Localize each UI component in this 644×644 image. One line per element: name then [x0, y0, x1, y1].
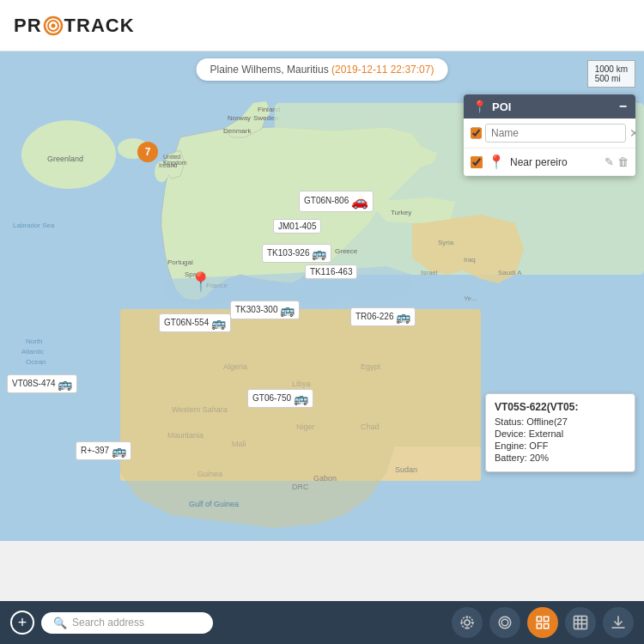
map-label[interactable]: TK116-463 [305, 264, 357, 279]
add-button[interactable]: + [10, 611, 34, 635]
map-label[interactable]: VT08S-474 🚌 [7, 374, 77, 393]
grid-icon-button[interactable] [527, 607, 558, 638]
poi-search-input[interactable] [485, 124, 626, 143]
poi-minimize-button[interactable]: − [619, 100, 627, 113]
svg-rect-53 [537, 617, 541, 621]
poi-panel-header: 📍 POI − [464, 94, 635, 118]
map-label[interactable]: TR06-226 🚌 [350, 307, 416, 326]
logo-pre: PR [14, 15, 42, 37]
svg-text:Ocean: Ocean [26, 358, 46, 366]
svg-text:DRC: DRC [292, 483, 309, 491]
svg-text:Atlantic: Atlantic [21, 348, 44, 355]
location-bar: Plaine Wilhems, Mauritius (2019-12-11 22… [197, 58, 448, 81]
poi-pin-icon: 📍 [472, 100, 487, 113]
scale-bar: 1000 km 500 mi [587, 60, 635, 88]
poi-search-row: ✕ + [464, 118, 635, 149]
svg-point-52 [499, 617, 511, 629]
svg-text:Sweden: Sweden [253, 114, 278, 122]
svg-point-2 [51, 23, 55, 27]
poi-item-checkbox[interactable] [471, 156, 483, 168]
svg-text:Syria: Syria [438, 239, 454, 246]
svg-rect-55 [537, 624, 541, 629]
vehicle-popup-engine: Engine: OFF [495, 440, 626, 451]
red-pin: 📍 [189, 271, 212, 294]
svg-rect-56 [544, 624, 549, 629]
map-label[interactable]: GT06-750 🚌 [247, 389, 313, 408]
map-label[interactable]: TK103-926 🚌 [262, 244, 331, 263]
map-label[interactable]: GT06N-554 🚌 [159, 313, 231, 332]
logo-icon [43, 15, 64, 36]
vehicle-popup-battery: Battery: 20% [495, 453, 626, 463]
cluster-marker[interactable]: 7 [137, 142, 158, 162]
svg-point-45 [465, 620, 470, 625]
svg-text:Gabon: Gabon [313, 474, 337, 483]
layers-icon-button[interactable] [489, 607, 520, 638]
poi-panel: 📍 POI − ✕ + 📍 Near pereiro ✎ 🗑 [464, 94, 635, 176]
svg-text:Greenland: Greenland [47, 155, 83, 163]
svg-rect-54 [544, 617, 549, 621]
vehicle-popup: VT05S-622(VT05: Status: Offline(27 Devic… [485, 393, 635, 472]
svg-text:Kingdom: Kingdom [163, 160, 187, 167]
svg-text:North: North [26, 337, 43, 345]
search-placeholder: Search address [72, 617, 144, 629]
location-label: Plaine Wilhems, Mauritius [210, 64, 329, 76]
svg-text:Saudi A: Saudi A [498, 269, 522, 276]
bottom-toolbar: + 🔍 Search address [0, 601, 644, 644]
svg-text:Turkey: Turkey [391, 209, 411, 216]
map-label[interactable]: JM01-405 [273, 219, 321, 234]
vehicle-popup-title: VT05S-622(VT05: [495, 401, 626, 413]
svg-point-51 [501, 619, 508, 626]
poi-checkbox[interactable] [471, 127, 482, 139]
logo-post: TRACK [64, 15, 135, 37]
download-icon-button[interactable] [603, 607, 634, 638]
cluster-count: 7 [145, 146, 151, 158]
poi-item-row[interactable]: 📍 Near pereiro ✎ 🗑 [464, 149, 635, 176]
map-container[interactable]: Greenland Ireland United Kingdom Norway … [0, 52, 644, 541]
scale-mi: 500 mi [595, 74, 628, 83]
svg-text:Portugal: Portugal [167, 258, 193, 266]
poi-item-label: Near pereiro [510, 156, 599, 168]
svg-text:Ye...: Ye... [464, 295, 477, 302]
map-label[interactable]: GT06N-806 🚗 [299, 191, 374, 212]
poi-item-pin-icon: 📍 [488, 154, 505, 170]
logo: PR TRACK [14, 15, 135, 37]
map-label[interactable]: R+-397 🚌 [76, 441, 131, 460]
svg-text:Gulf of Guinea: Gulf of Guinea [189, 500, 239, 508]
location-icon-button[interactable] [452, 607, 483, 638]
svg-text:Sudan: Sudan [395, 465, 417, 474]
dots-icon-button[interactable] [565, 607, 596, 638]
svg-text:Norway: Norway [228, 114, 251, 122]
location-datetime: (2019-12-11 22:37:07) [331, 64, 434, 76]
svg-text:Labrador Sea: Labrador Sea [13, 222, 55, 229]
svg-text:Denmark: Denmark [223, 127, 252, 135]
svg-text:Iraq: Iraq [464, 256, 476, 264]
vehicle-popup-device: Device: External [495, 428, 626, 439]
search-bar[interactable]: 🔍 Search address [41, 612, 213, 634]
search-icon: 🔍 [53, 617, 67, 629]
poi-edit-button[interactable]: ✎ [605, 155, 614, 168]
svg-text:United: United [163, 154, 180, 160]
app-header: PR TRACK [0, 0, 644, 52]
vehicle-popup-status: Status: Offline(27 [495, 416, 626, 427]
svg-rect-57 [574, 617, 587, 629]
poi-delete-button[interactable]: 🗑 [617, 155, 629, 168]
map-label[interactable]: TK303-300 🚌 [230, 301, 300, 319]
poi-search-clear[interactable]: ✕ [629, 126, 635, 140]
poi-title: POI [492, 100, 511, 113]
svg-text:Israel: Israel [421, 269, 438, 276]
scale-km: 1000 km [595, 64, 628, 74]
svg-text:Greece: Greece [335, 247, 358, 255]
